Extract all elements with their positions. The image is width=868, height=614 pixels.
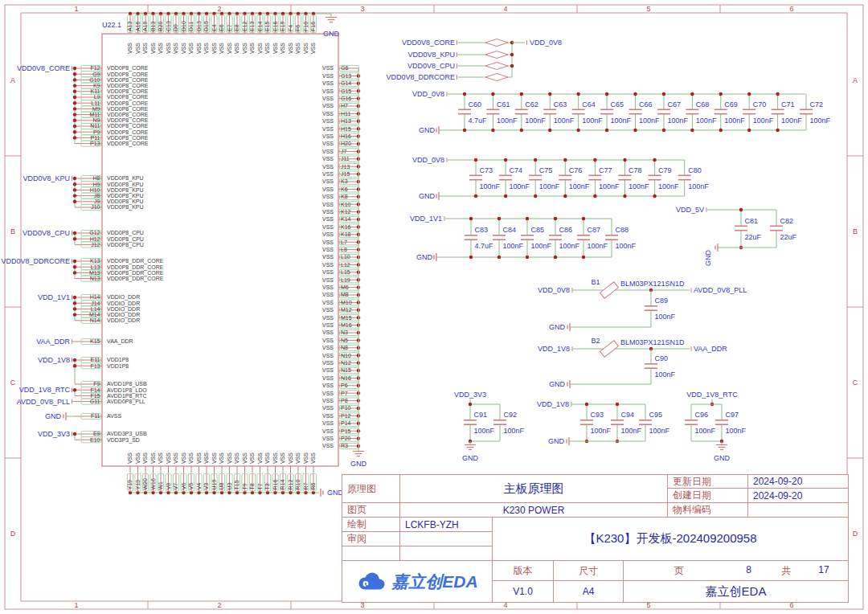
net-tie-block[interactable]: VDD0V8_COREVDD0V8_KPUVDD0V8_CPUVDD0V8_DD… <box>386 39 562 81</box>
pin-N12[interactable]: N12VSS <box>322 360 360 366</box>
pin-V3[interactable]: V3VSS <box>203 452 209 495</box>
pin-T8[interactable]: T8VSS <box>249 452 255 495</box>
pin-V4[interactable]: V4VSS <box>196 452 202 495</box>
cap-ref[interactable]: C94 <box>621 411 635 419</box>
pin-F16[interactable]: F16VSS <box>310 12 316 54</box>
capacitor-C89[interactable]: C89100nF <box>645 290 676 327</box>
net-label-VDD_3V3[interactable]: VDD_3V3 <box>38 430 76 440</box>
cap-value[interactable]: 100nF <box>531 242 552 250</box>
pin-Y13[interactable]: Y13VSS <box>135 452 141 495</box>
net-label[interactable]: VDD_1V8_RTC <box>19 386 71 394</box>
cap-value[interactable]: 100nF <box>539 182 560 190</box>
cap-value[interactable]: 100nF <box>655 313 676 321</box>
cap-value[interactable]: 100nF <box>559 242 580 250</box>
pin-M10[interactable]: M10VSS <box>322 300 360 305</box>
net-label[interactable]: VDD0V8_CPU <box>407 62 455 70</box>
net-label[interactable]: VDD0V8_CORE <box>402 39 455 47</box>
capacitor-C82[interactable]: C8222uF <box>770 210 797 248</box>
cap-ref[interactable]: C64 <box>582 100 596 108</box>
part-number[interactable]: BLM03PX121SN1D <box>620 338 685 346</box>
gnd-label[interactable]: GND <box>419 126 436 134</box>
pin-W1[interactable]: W1VSS <box>158 452 163 495</box>
cap-value[interactable]: 100nF <box>649 427 670 435</box>
gnd-label[interactable]: GND <box>704 250 712 267</box>
capacitor-C65[interactable]: C65100nF <box>600 94 632 130</box>
cap-ref[interactable]: C65 <box>611 100 624 108</box>
capacitor-C93[interactable]: C93100nF <box>580 404 612 441</box>
cap-value[interactable]: 100nF <box>639 117 660 125</box>
net-port-diamond[interactable] <box>485 51 508 59</box>
cap-ref[interactable]: C84 <box>503 226 517 234</box>
pin-A16[interactable]: A16VSS <box>135 12 141 54</box>
net-label-VDD_1V8_RTC[interactable]: VDD_1V8_RTC <box>19 386 77 395</box>
pin-B20[interactable]: B20VSS <box>158 12 163 54</box>
pin-N13[interactable]: N13VDD0P8_DDR_CORE <box>75 276 164 282</box>
cap-value[interactable]: 100nF <box>658 182 679 190</box>
pin-L10[interactable]: L10VSS <box>322 254 360 260</box>
ferrite-bead-icon[interactable] <box>600 341 619 358</box>
pin-L12[interactable]: L12VSS <box>322 262 360 268</box>
chip-refdes[interactable]: U22.1 <box>102 21 121 29</box>
pin-V7[interactable]: V7VSS <box>173 452 178 495</box>
pin-P8[interactable]: P8VSS <box>322 398 360 403</box>
cap-ref[interactable]: C78 <box>628 166 642 174</box>
pin-N14[interactable]: N14VDDIO_DDR <box>75 317 140 324</box>
net-label[interactable]: VDD0V8_KPU <box>23 174 70 182</box>
capacitor-C84[interactable]: C84100nF <box>493 219 524 257</box>
net-label-GND[interactable]: GND <box>45 412 75 420</box>
pin-E7[interactable]: E7VSS <box>227 12 232 54</box>
capacitor-C88[interactable]: C88100nF <box>605 219 637 257</box>
pin-R14[interactable]: R14VSS <box>280 452 285 495</box>
cap-ref[interactable]: C75 <box>539 166 553 174</box>
cap-value[interactable]: 100nF <box>667 117 688 125</box>
cap-value[interactable]: 100nF <box>525 117 546 125</box>
pin-E12[interactable]: E12VSS <box>242 12 248 54</box>
power-label[interactable]: VDD_0V8 <box>412 90 444 98</box>
cap-ref[interactable]: C96 <box>695 411 709 419</box>
tb-schematic-title[interactable]: 主板原理图 <box>400 475 668 503</box>
net-label-VDD_1V1[interactable]: VDD_1V1 <box>38 293 76 321</box>
pin-T9[interactable]: T9VSS <box>242 452 248 495</box>
pin-B13[interactable]: B13VSS <box>150 12 156 54</box>
cap-ref[interactable]: C92 <box>504 411 518 419</box>
cap-ref[interactable]: C83 <box>475 226 489 234</box>
tb-size-value[interactable]: A4 <box>554 581 624 602</box>
net-label[interactable]: VDD_3V3 <box>38 430 70 438</box>
cap-ref[interactable]: C89 <box>655 297 669 305</box>
pin-J12[interactable]: J12VDD0P8_CPU <box>75 242 144 248</box>
capacitor-C71[interactable]: C71100nF <box>772 94 803 130</box>
cap-ref[interactable]: C86 <box>559 226 573 234</box>
cap-value[interactable]: 100nF <box>616 242 637 250</box>
pin-L15[interactable]: L15VSS <box>322 269 360 275</box>
pin-E14[interactable]: E14VSS <box>257 12 263 54</box>
pin-T7[interactable]: T7VSS <box>257 452 263 495</box>
cap-value[interactable]: 100nF <box>497 117 518 125</box>
cap-ref[interactable]: C82 <box>780 217 794 225</box>
pin-P12[interactable]: P12VSS <box>322 413 360 419</box>
gnd-port[interactable]: GND <box>321 489 344 497</box>
pin-V8[interactable]: V8VSS <box>166 452 171 495</box>
pin-G11[interactable]: G11AVDD0P8_PLL <box>75 399 145 405</box>
cap-value[interactable]: 100nF <box>474 427 495 435</box>
net-label[interactable]: VDD_1V8 <box>38 356 70 364</box>
pin-E19[interactable]: E19VSS <box>280 12 285 54</box>
pin-L8[interactable]: L8VSS <box>322 247 360 252</box>
pin-M15[interactable]: M15VSS <box>322 315 360 321</box>
bead-ref[interactable]: B1 <box>591 278 600 286</box>
chip-u22[interactable]: U22.1A13VSSA16VSSA19VSSB13VSSB20VSSC13VS… <box>1 12 360 497</box>
pin-J15[interactable]: J15VSS <box>322 171 360 177</box>
pin-N15[interactable]: N15VSS <box>322 367 360 373</box>
cap-value[interactable]: 100nF <box>503 242 524 250</box>
capacitor-C66[interactable]: C66100nF <box>629 94 661 130</box>
capacitor-C76[interactable]: C76100nF <box>559 160 590 196</box>
capacitor-C70[interactable]: C70100nF <box>743 94 774 130</box>
power-label[interactable]: VDD_3V3 <box>454 391 486 399</box>
cap-ref[interactable]: C67 <box>667 100 681 108</box>
pin-K16[interactable]: K16VSS <box>322 224 360 230</box>
net-label[interactable]: VDD0V8_KPU <box>407 51 455 59</box>
cap-ref[interactable]: C70 <box>753 100 767 108</box>
capacitor-C61[interactable]: C61100nF <box>486 94 518 130</box>
capacitor-C63[interactable]: C63100nF <box>543 94 575 130</box>
net-label-VDD0V8_CORE[interactable]: VDD0V8_CORE <box>17 64 76 144</box>
pin-F4[interactable]: F4VSS <box>288 12 293 54</box>
